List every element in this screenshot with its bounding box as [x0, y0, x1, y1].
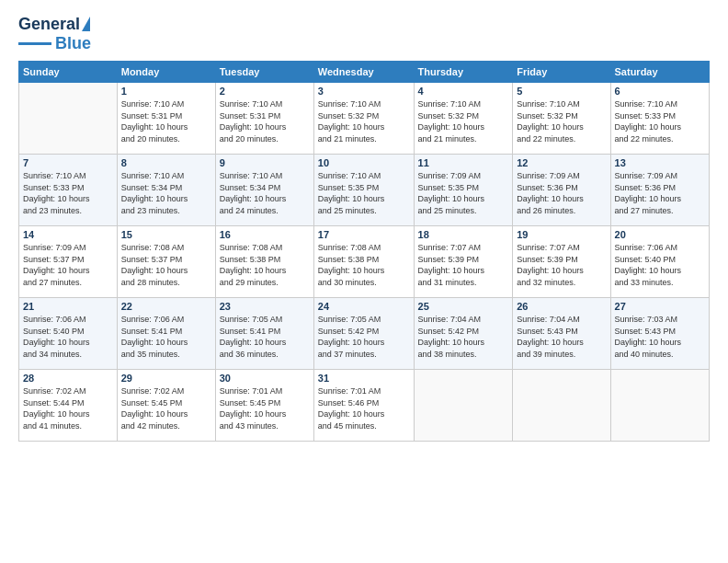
calendar-cell: 26Sunrise: 7:04 AM Sunset: 5:43 PM Dayli… [513, 298, 610, 370]
weekday-header: Tuesday [215, 62, 313, 83]
day-number: 10 [318, 157, 410, 168]
day-info: Sunrise: 7:08 AM Sunset: 5:38 PM Dayligh… [220, 242, 310, 288]
calendar-cell: 17Sunrise: 7:08 AM Sunset: 5:38 PM Dayli… [313, 226, 414, 298]
day-number: 6 [615, 86, 705, 97]
day-info: Sunrise: 7:01 AM Sunset: 5:46 PM Dayligh… [318, 385, 410, 431]
day-number: 9 [220, 157, 310, 168]
day-info: Sunrise: 7:10 AM Sunset: 5:32 PM Dayligh… [418, 98, 509, 144]
day-info: Sunrise: 7:07 AM Sunset: 5:39 PM Dayligh… [418, 242, 509, 288]
day-number: 25 [418, 301, 509, 312]
weekday-header: Friday [513, 62, 610, 83]
day-number: 17 [318, 229, 410, 240]
calendar-cell: 12Sunrise: 7:09 AM Sunset: 5:36 PM Dayli… [513, 155, 610, 226]
calendar-cell [414, 370, 513, 442]
calendar-cell: 9Sunrise: 7:10 AM Sunset: 5:34 PM Daylig… [215, 155, 313, 226]
calendar-week-row: 7Sunrise: 7:10 AM Sunset: 5:33 PM Daylig… [19, 155, 710, 226]
calendar-cell: 14Sunrise: 7:09 AM Sunset: 5:37 PM Dayli… [19, 226, 118, 298]
day-info: Sunrise: 7:10 AM Sunset: 5:32 PM Dayligh… [517, 98, 606, 144]
calendar-cell: 22Sunrise: 7:06 AM Sunset: 5:41 PM Dayli… [117, 298, 215, 370]
calendar-cell [513, 370, 610, 442]
calendar-cell: 29Sunrise: 7:02 AM Sunset: 5:45 PM Dayli… [117, 370, 215, 442]
calendar-header-row: SundayMondayTuesdayWednesdayThursdayFrid… [19, 62, 710, 83]
calendar-cell: 23Sunrise: 7:05 AM Sunset: 5:41 PM Dayli… [215, 298, 313, 370]
day-number: 3 [318, 86, 410, 97]
calendar-cell: 2Sunrise: 7:10 AM Sunset: 5:31 PM Daylig… [215, 83, 313, 155]
calendar-cell: 4Sunrise: 7:10 AM Sunset: 5:32 PM Daylig… [414, 83, 513, 155]
calendar-table: SundayMondayTuesdayWednesdayThursdayFrid… [18, 61, 710, 442]
day-info: Sunrise: 7:05 AM Sunset: 5:41 PM Dayligh… [220, 314, 310, 360]
header: General Blue [18, 15, 710, 53]
day-info: Sunrise: 7:06 AM Sunset: 5:40 PM Dayligh… [615, 242, 705, 288]
calendar-cell [19, 83, 118, 155]
calendar-cell: 1Sunrise: 7:10 AM Sunset: 5:31 PM Daylig… [117, 83, 215, 155]
calendar-cell: 28Sunrise: 7:02 AM Sunset: 5:44 PM Dayli… [19, 370, 118, 442]
page: General Blue SundayMondayTuesdayWednesda… [0, 0, 728, 563]
calendar-cell [610, 370, 709, 442]
day-info: Sunrise: 7:10 AM Sunset: 5:31 PM Dayligh… [121, 98, 211, 144]
day-info: Sunrise: 7:02 AM Sunset: 5:45 PM Dayligh… [121, 385, 211, 431]
logo-line [18, 42, 51, 45]
logo-triangle-icon [82, 17, 90, 31]
day-info: Sunrise: 7:07 AM Sunset: 5:39 PM Dayligh… [517, 242, 606, 288]
day-number: 11 [418, 157, 509, 168]
day-number: 4 [418, 86, 509, 97]
calendar-cell: 11Sunrise: 7:09 AM Sunset: 5:35 PM Dayli… [414, 155, 513, 226]
calendar-cell: 3Sunrise: 7:10 AM Sunset: 5:32 PM Daylig… [313, 83, 414, 155]
day-number: 23 [220, 301, 310, 312]
day-info: Sunrise: 7:01 AM Sunset: 5:45 PM Dayligh… [220, 385, 310, 431]
day-info: Sunrise: 7:05 AM Sunset: 5:42 PM Dayligh… [318, 314, 410, 360]
day-number: 15 [121, 229, 211, 240]
calendar-cell: 31Sunrise: 7:01 AM Sunset: 5:46 PM Dayli… [313, 370, 414, 442]
day-number: 28 [23, 373, 113, 384]
calendar-cell: 15Sunrise: 7:08 AM Sunset: 5:37 PM Dayli… [117, 226, 215, 298]
logo-general: General [18, 15, 80, 34]
day-info: Sunrise: 7:08 AM Sunset: 5:37 PM Dayligh… [121, 242, 211, 288]
day-number: 29 [121, 373, 211, 384]
day-number: 5 [517, 86, 606, 97]
day-number: 30 [220, 373, 310, 384]
calendar-cell: 8Sunrise: 7:10 AM Sunset: 5:34 PM Daylig… [117, 155, 215, 226]
day-number: 24 [318, 301, 410, 312]
day-number: 18 [418, 229, 509, 240]
weekday-header: Wednesday [313, 62, 414, 83]
day-info: Sunrise: 7:10 AM Sunset: 5:33 PM Dayligh… [615, 98, 705, 144]
weekday-header: Thursday [414, 62, 513, 83]
day-number: 7 [23, 157, 113, 168]
day-info: Sunrise: 7:10 AM Sunset: 5:34 PM Dayligh… [121, 170, 211, 216]
day-info: Sunrise: 7:06 AM Sunset: 5:41 PM Dayligh… [121, 314, 211, 360]
calendar-cell: 21Sunrise: 7:06 AM Sunset: 5:40 PM Dayli… [19, 298, 118, 370]
calendar-cell: 13Sunrise: 7:09 AM Sunset: 5:36 PM Dayli… [610, 155, 709, 226]
day-info: Sunrise: 7:09 AM Sunset: 5:36 PM Dayligh… [517, 170, 606, 216]
day-info: Sunrise: 7:10 AM Sunset: 5:35 PM Dayligh… [318, 170, 410, 216]
calendar-week-row: 21Sunrise: 7:06 AM Sunset: 5:40 PM Dayli… [19, 298, 710, 370]
calendar-cell: 30Sunrise: 7:01 AM Sunset: 5:45 PM Dayli… [215, 370, 313, 442]
day-number: 21 [23, 301, 113, 312]
day-number: 26 [517, 301, 606, 312]
day-number: 16 [220, 229, 310, 240]
calendar-cell: 27Sunrise: 7:03 AM Sunset: 5:43 PM Dayli… [610, 298, 709, 370]
calendar-week-row: 1Sunrise: 7:10 AM Sunset: 5:31 PM Daylig… [19, 83, 710, 155]
day-info: Sunrise: 7:10 AM Sunset: 5:33 PM Dayligh… [23, 170, 113, 216]
day-info: Sunrise: 7:03 AM Sunset: 5:43 PM Dayligh… [615, 314, 705, 360]
calendar-cell: 19Sunrise: 7:07 AM Sunset: 5:39 PM Dayli… [513, 226, 610, 298]
weekday-header: Monday [117, 62, 215, 83]
calendar-cell: 16Sunrise: 7:08 AM Sunset: 5:38 PM Dayli… [215, 226, 313, 298]
day-info: Sunrise: 7:06 AM Sunset: 5:40 PM Dayligh… [23, 314, 113, 360]
day-number: 14 [23, 229, 113, 240]
calendar-cell: 24Sunrise: 7:05 AM Sunset: 5:42 PM Dayli… [313, 298, 414, 370]
weekday-header: Saturday [610, 62, 709, 83]
calendar-cell: 18Sunrise: 7:07 AM Sunset: 5:39 PM Dayli… [414, 226, 513, 298]
day-info: Sunrise: 7:09 AM Sunset: 5:36 PM Dayligh… [615, 170, 705, 216]
calendar-cell: 10Sunrise: 7:10 AM Sunset: 5:35 PM Dayli… [313, 155, 414, 226]
day-info: Sunrise: 7:04 AM Sunset: 5:42 PM Dayligh… [418, 314, 509, 360]
day-number: 12 [517, 157, 606, 168]
calendar-cell: 5Sunrise: 7:10 AM Sunset: 5:32 PM Daylig… [513, 83, 610, 155]
day-info: Sunrise: 7:10 AM Sunset: 5:34 PM Dayligh… [220, 170, 310, 216]
day-info: Sunrise: 7:04 AM Sunset: 5:43 PM Dayligh… [517, 314, 606, 360]
calendar-cell: 7Sunrise: 7:10 AM Sunset: 5:33 PM Daylig… [19, 155, 118, 226]
day-info: Sunrise: 7:09 AM Sunset: 5:37 PM Dayligh… [23, 242, 113, 288]
day-info: Sunrise: 7:09 AM Sunset: 5:35 PM Dayligh… [418, 170, 509, 216]
day-number: 22 [121, 301, 211, 312]
calendar-cell: 20Sunrise: 7:06 AM Sunset: 5:40 PM Dayli… [610, 226, 709, 298]
day-number: 27 [615, 301, 705, 312]
